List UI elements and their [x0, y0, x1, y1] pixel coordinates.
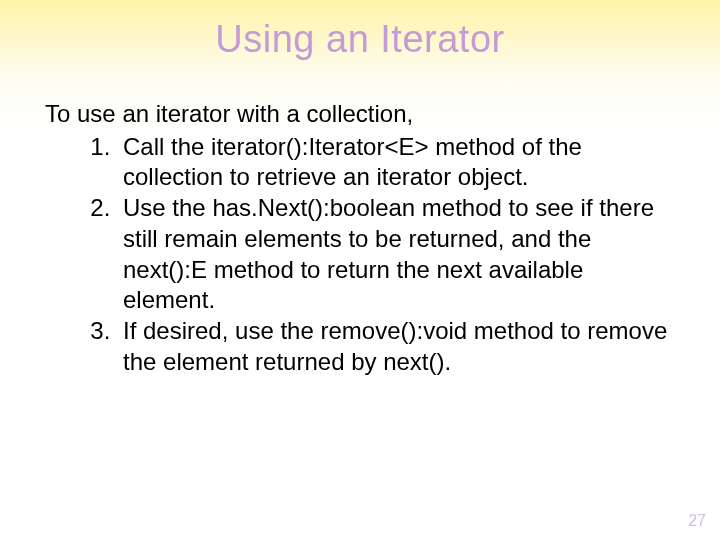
step-3-text-c: . [445, 348, 452, 375]
slide: Using an Iterator To use an iterator wit… [0, 0, 720, 540]
step-3-code-1: remove():void [320, 317, 467, 344]
steps-list: Call the iterator():Iterator<E> method o… [45, 132, 675, 378]
step-1-text-a: Call the [123, 133, 211, 160]
step-2-code-1: has.Next():boolean [212, 194, 415, 221]
slide-title: Using an Iterator [0, 0, 720, 61]
step-2-text-a: Use the [123, 194, 212, 221]
step-3-text-a: If desired, use the [123, 317, 320, 344]
step-3: If desired, use the remove():void method… [117, 316, 675, 377]
page-number: 27 [688, 512, 706, 530]
step-2: Use the has.Next():boolean method to see… [117, 193, 675, 316]
step-3-code-2: next() [383, 348, 444, 375]
step-1-code: iterator():Iterator<E> [211, 133, 428, 160]
step-1: Call the iterator():Iterator<E> method o… [117, 132, 675, 193]
slide-body: To use an iterator with a collection, Ca… [0, 61, 720, 377]
step-2-code-2: next():E [123, 256, 207, 283]
intro-text: To use an iterator with a collection, [45, 99, 675, 130]
